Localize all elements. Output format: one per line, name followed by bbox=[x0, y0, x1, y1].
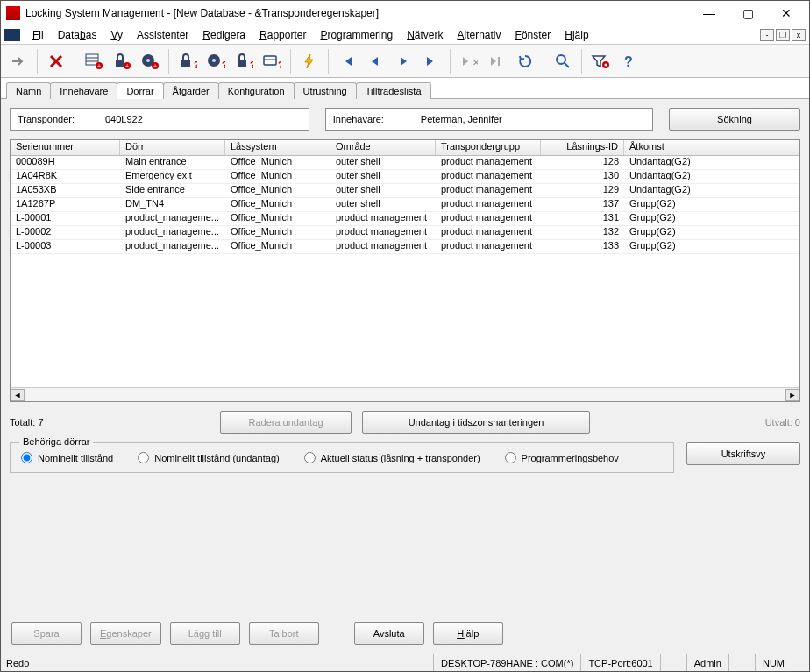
toolbar-prev-icon[interactable] bbox=[362, 48, 388, 74]
menu-fil[interactable]: Fil bbox=[25, 27, 51, 43]
menu-vy[interactable]: Vy bbox=[103, 27, 130, 43]
save-button[interactable]: Spara bbox=[11, 622, 82, 645]
menu-databas[interactable]: Databas bbox=[51, 27, 104, 43]
toolbar-search-icon[interactable] bbox=[550, 48, 576, 74]
menu-programmering[interactable]: Programmering bbox=[313, 27, 400, 43]
th-atkomst[interactable]: Åtkomst bbox=[624, 140, 799, 155]
menu-hjalp[interactable]: Hjälp bbox=[558, 27, 595, 43]
th-transpondergrupp[interactable]: Transpondergrupp bbox=[436, 140, 541, 155]
table-body[interactable]: 000089HMain entranceOffice_Munichouter s… bbox=[11, 156, 799, 387]
toolbar-refresh-icon[interactable] bbox=[512, 48, 538, 74]
radio-nominal-input[interactable] bbox=[21, 452, 32, 463]
toolbar-lock-q-icon[interactable]: ? bbox=[174, 48, 201, 74]
table-row[interactable]: L-00001product_manageme...Office_Munichp… bbox=[11, 212, 799, 226]
tab-bar: Namn Innehavare Dörrar Åtgärder Konfigur… bbox=[1, 78, 809, 99]
status-gap3 bbox=[792, 654, 809, 671]
cell-acc: Undantag(G2) bbox=[624, 156, 799, 169]
toolbar-next-icon[interactable] bbox=[390, 48, 416, 74]
table-row[interactable]: 000089HMain entranceOffice_Munichouter s… bbox=[11, 156, 799, 170]
th-serienummer[interactable]: Serienummer bbox=[11, 140, 120, 155]
finish-button[interactable]: Avsluta bbox=[354, 622, 424, 645]
toolbar-grid-add-icon[interactable]: + bbox=[81, 48, 107, 74]
cell-door: product_manageme... bbox=[120, 240, 225, 253]
mdi-minimize-button[interactable]: - bbox=[760, 29, 774, 41]
maximize-button[interactable]: ▢ bbox=[728, 2, 767, 25]
help-button[interactable]: Hjälp bbox=[433, 622, 503, 645]
tab-atgarder[interactable]: Åtgärder bbox=[163, 82, 219, 99]
minimize-button[interactable]: — bbox=[690, 2, 728, 25]
search-button[interactable]: Sökning bbox=[669, 108, 800, 131]
table-row[interactable]: 1A1267PDM_TN4Office_Munichouter shellpro… bbox=[11, 198, 799, 212]
add-button[interactable]: Lägg till bbox=[170, 622, 240, 645]
radio-nominal-exception-input[interactable] bbox=[138, 452, 149, 463]
cell-lock: Office_Munich bbox=[225, 226, 330, 239]
th-dorr[interactable]: Dörr bbox=[120, 140, 225, 155]
tab-innehavare[interactable]: Innehavare bbox=[50, 82, 117, 99]
table-header: Serienummer Dörr Låssystem Område Transp… bbox=[11, 140, 799, 156]
menu-natverk[interactable]: Nätverk bbox=[400, 27, 450, 43]
mdi-close-button[interactable]: x bbox=[792, 29, 806, 41]
th-lassystem[interactable]: Låssystem bbox=[225, 140, 330, 155]
cell-grp: product management bbox=[436, 156, 541, 169]
toolbar-first-icon[interactable] bbox=[334, 48, 360, 74]
svg-rect-14 bbox=[181, 60, 190, 67]
svg-rect-25 bbox=[498, 57, 500, 66]
toolbar-lock-add-icon[interactable]: + bbox=[109, 48, 135, 74]
cell-lid: 133 bbox=[541, 240, 624, 253]
tz-exception-button[interactable]: Undantag i tidszonshanteringen bbox=[362, 411, 590, 434]
cell-lock: Office_Munich bbox=[225, 184, 330, 197]
menu-alternativ[interactable]: Alternativ bbox=[451, 27, 508, 43]
delete-exception-button[interactable]: Radera undantag bbox=[220, 411, 352, 434]
menu-fonster[interactable]: Fönster bbox=[508, 27, 558, 43]
th-lasnings-id[interactable]: Låsnings-ID bbox=[541, 140, 624, 155]
menu-redigera[interactable]: Redigera bbox=[195, 27, 252, 43]
delete-button[interactable]: Ta bort bbox=[249, 622, 319, 645]
close-button[interactable]: ✕ bbox=[767, 2, 806, 25]
scroll-right-icon[interactable]: ► bbox=[785, 389, 799, 401]
properties-button[interactable]: Egenskaper bbox=[90, 622, 161, 645]
radio-actual-input[interactable] bbox=[304, 452, 316, 463]
svg-rect-19 bbox=[238, 60, 246, 67]
cell-grp: product management bbox=[436, 198, 541, 211]
toolbar-skipend-icon[interactable] bbox=[484, 48, 510, 74]
table-row[interactable]: L-00002product_manageme...Office_Munichp… bbox=[11, 226, 799, 240]
cell-door: Side entrance bbox=[120, 184, 225, 197]
cell-lock: Office_Munich bbox=[225, 170, 330, 183]
menu-assistenter[interactable]: Assistenter bbox=[130, 27, 195, 43]
tab-tilltradeslista[interactable]: Tillträdeslista bbox=[356, 82, 431, 99]
toolbar-disc-add-icon[interactable]: + bbox=[137, 48, 163, 74]
toolbar-help-icon[interactable]: ? bbox=[615, 48, 642, 74]
radio-programming-input[interactable] bbox=[505, 452, 516, 463]
table-row[interactable]: L-00003product_manageme...Office_Munichp… bbox=[11, 240, 799, 254]
tab-konfiguration[interactable]: Konfiguration bbox=[218, 82, 295, 99]
toolbar-card-q-icon[interactable]: ? bbox=[259, 48, 285, 74]
scroll-left-icon[interactable]: ◄ bbox=[11, 389, 25, 401]
horizontal-scrollbar[interactable]: ◄ ► bbox=[11, 387, 799, 401]
menu-rapporter[interactable]: Rapporter bbox=[252, 27, 313, 43]
cell-door: product_manageme... bbox=[120, 226, 225, 239]
table-row[interactable]: 1A04R8KEmergency exitOffice_Munichouter … bbox=[11, 170, 799, 184]
toolbar-flash-icon[interactable] bbox=[296, 48, 323, 74]
toolbar-last-icon[interactable] bbox=[418, 48, 444, 74]
toolbar-disc-q-icon[interactable]: ? bbox=[202, 48, 229, 74]
scroll-track[interactable] bbox=[25, 389, 785, 401]
mdi-restore-button[interactable]: ❐ bbox=[776, 29, 790, 41]
toolbar-login-icon[interactable] bbox=[5, 48, 32, 74]
table-row[interactable]: 1A053XBSide entranceOffice_Munichouter s… bbox=[11, 184, 799, 198]
tab-dorrar[interactable]: Dörrar bbox=[117, 82, 163, 99]
tab-utrustning[interactable]: Utrustning bbox=[294, 82, 357, 99]
radio-nominal[interactable]: Nominellt tillstånd bbox=[21, 452, 113, 463]
radio-actual[interactable]: Aktuell status (låsning + transponder) bbox=[304, 452, 480, 463]
tab-namn[interactable]: Namn bbox=[6, 82, 51, 99]
cell-area: product management bbox=[330, 212, 436, 225]
toolbar-delete-icon[interactable] bbox=[43, 48, 69, 74]
radio-nominal-exception[interactable]: Nominellt tillstånd (undantag) bbox=[138, 452, 279, 463]
th-omrade[interactable]: Område bbox=[330, 140, 436, 155]
toolbar-skipx-icon[interactable]: ✕ bbox=[456, 48, 482, 74]
print-view-button[interactable]: Utskriftsvy bbox=[686, 442, 800, 465]
owner-label: Innehavare: bbox=[333, 114, 412, 124]
toolbar-lock-q2-icon[interactable]: ? bbox=[231, 48, 257, 74]
radio-programming[interactable]: Programmeringsbehov bbox=[505, 452, 619, 463]
toolbar-filter-settings-icon[interactable] bbox=[587, 48, 614, 74]
svg-rect-7 bbox=[116, 60, 124, 67]
